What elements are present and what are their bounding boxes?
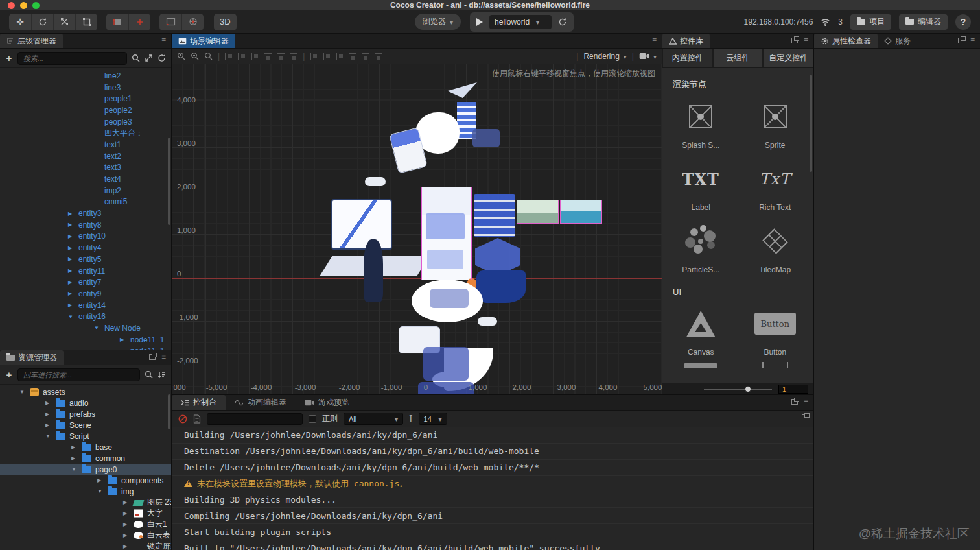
expand-arrow-icon[interactable] <box>68 211 75 217</box>
library-widget[interactable]: Sprite <box>738 93 813 155</box>
expand-arrow-icon[interactable] <box>68 233 75 239</box>
help-button[interactable]: ? <box>955 14 971 30</box>
align-hcenter-icon[interactable] <box>277 53 285 60</box>
font-size-dropdown[interactable]: 14 <box>419 413 447 425</box>
world-grid-button[interactable] <box>181 14 204 30</box>
console-logs[interactable]: Building /Users/johnlee/Downloads/ani/ky… <box>172 427 813 550</box>
hierarchy-node[interactable]: line3 <box>0 82 171 93</box>
library-widget[interactable]: TiledMap <box>738 217 813 280</box>
tab-assets[interactable]: 资源管理器 <box>0 350 64 365</box>
hierarchy-node[interactable]: text3 <box>0 162 171 174</box>
expand-arrow-icon[interactable] <box>45 433 52 439</box>
tab-property-inspector[interactable]: 属性检查器 <box>814 34 878 48</box>
expand-arrow-icon[interactable] <box>68 291 75 296</box>
search-icon[interactable] <box>145 370 153 379</box>
distribute-right-icon[interactable] <box>375 53 382 60</box>
zoom-slider[interactable] <box>704 389 772 390</box>
expand-arrow-icon[interactable] <box>71 466 78 472</box>
tab-custom-widgets[interactable]: 自定义控件 <box>763 49 813 67</box>
hierarchy-node[interactable]: imp2 <box>0 185 171 197</box>
refresh-tree-icon[interactable] <box>158 54 166 62</box>
zoom-reset-icon[interactable] <box>204 52 213 60</box>
menu-icon[interactable]: ≡ <box>161 353 166 361</box>
expand-arrow-icon[interactable] <box>94 325 100 331</box>
console-filter-input[interactable] <box>207 413 303 425</box>
asset-node[interactable]: prefabs <box>0 409 171 420</box>
menu-icon[interactable]: ≡ <box>804 398 808 405</box>
hierarchy-node[interactable]: entity8 <box>0 219 171 231</box>
zoom-slider-handle[interactable] <box>745 386 751 392</box>
hierarchy-node[interactable]: line2 <box>0 70 171 82</box>
expand-arrow-icon[interactable] <box>68 302 75 308</box>
distribute-left-icon[interactable] <box>349 53 356 60</box>
hierarchy-node[interactable]: entity3 <box>0 208 171 219</box>
distribute-bottom-icon[interactable] <box>336 53 344 60</box>
expand-arrow-icon[interactable] <box>68 222 75 228</box>
tab-hierarchy[interactable]: 层级管理器 <box>0 34 63 48</box>
log-level-dropdown[interactable]: All <box>344 413 403 425</box>
preview-platform-dropdown[interactable]: 浏览器 <box>415 14 461 30</box>
hierarchy-node[interactable]: people2 <box>0 104 171 116</box>
move-tool-button[interactable]: ✛ <box>9 14 31 30</box>
hierarchy-node[interactable]: entity14 <box>0 300 171 311</box>
add-node-button[interactable]: + <box>5 53 13 64</box>
assets-search-input[interactable] <box>18 368 140 381</box>
hierarchy-scrollbar[interactable] <box>168 138 170 225</box>
expand-arrow-icon[interactable] <box>45 411 52 417</box>
expand-arrow-icon[interactable] <box>123 532 130 538</box>
expand-arrow-icon[interactable] <box>45 422 52 428</box>
expand-arrow-icon[interactable] <box>71 444 78 450</box>
float-panel-icon[interactable] <box>791 399 798 405</box>
asset-node[interactable]: components <box>0 475 171 486</box>
hierarchy-node[interactable]: entity10 <box>0 231 171 243</box>
hierarchy-node[interactable]: text4 <box>0 173 171 185</box>
scale-tool-button[interactable] <box>53 14 75 30</box>
camera-view-dropdown[interactable] <box>639 52 657 61</box>
hierarchy-node[interactable]: cmmi5 <box>0 197 171 208</box>
library-widget[interactable]: TxT Rich Text <box>738 155 813 217</box>
rotation-mode-button[interactable] <box>128 14 150 30</box>
hierarchy-node[interactable]: entity4 <box>0 242 171 254</box>
hierarchy-node[interactable]: entity7 <box>0 276 171 288</box>
hierarchy-node[interactable]: node11_1 <box>0 346 171 350</box>
tab-game-preview[interactable]: 游戏预览 <box>296 395 358 410</box>
expand-arrow-icon[interactable] <box>123 510 130 516</box>
library-widget[interactable]: Splash S... <box>664 93 738 155</box>
distribute-top-icon[interactable] <box>310 53 318 60</box>
float-panel-icon[interactable] <box>791 38 798 43</box>
asset-node[interactable]: assets <box>0 387 171 398</box>
pivot-mode-button[interactable] <box>106 14 128 30</box>
hierarchy-node[interactable]: entity11 <box>0 265 171 277</box>
asset-node[interactable]: img <box>0 486 171 497</box>
hierarchy-node[interactable]: New Node <box>0 322 171 334</box>
hierarchy-node[interactable]: people3 <box>0 116 171 128</box>
asset-node[interactable]: 白云1 <box>0 519 171 530</box>
assets-scrollbar[interactable] <box>168 394 170 429</box>
align-left-icon[interactable] <box>264 53 272 60</box>
hierarchy-node[interactable]: text1 <box>0 139 171 150</box>
library-scrollbar[interactable] <box>810 75 812 172</box>
hierarchy-node[interactable]: people1 <box>0 93 171 104</box>
menu-icon[interactable]: ≡ <box>804 36 808 44</box>
expand-arrow-icon[interactable] <box>71 455 78 461</box>
expand-arrow-icon[interactable] <box>45 400 52 406</box>
refresh-button[interactable] <box>558 18 567 27</box>
expand-arrow-icon[interactable] <box>68 268 75 274</box>
library-widget[interactable] <box>664 362 738 371</box>
asset-node[interactable]: Scene <box>0 420 171 431</box>
asset-node[interactable]: base <box>0 442 171 453</box>
expand-arrow-icon[interactable] <box>68 314 75 320</box>
zoom-value-box[interactable]: 1 <box>778 385 808 394</box>
tab-services[interactable]: 服务 <box>878 34 917 48</box>
expand-arrow-icon[interactable] <box>123 521 130 527</box>
play-button[interactable] <box>476 18 483 26</box>
hierarchy-node[interactable]: entity16 <box>0 311 171 322</box>
hierarchy-node[interactable]: entity9 <box>0 288 171 300</box>
library-widget[interactable] <box>738 362 813 371</box>
align-top-icon[interactable] <box>225 53 233 60</box>
menu-icon[interactable]: ≡ <box>161 36 166 44</box>
open-project-button[interactable]: 项目 <box>850 14 891 30</box>
tab-builtin-widgets[interactable]: 内置控件 <box>662 49 713 67</box>
regex-checkbox[interactable] <box>309 415 316 423</box>
tab-widget-library[interactable]: 控件库 <box>662 34 710 48</box>
